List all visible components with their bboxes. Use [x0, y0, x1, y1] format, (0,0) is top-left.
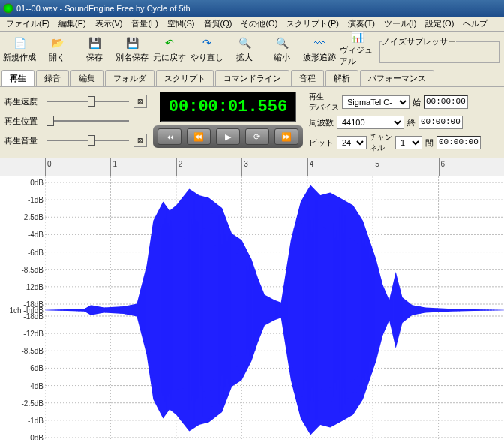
ruler-tick: 5: [373, 158, 374, 176]
save-label: 保存: [86, 52, 103, 63]
speed-slider[interactable]: [46, 95, 129, 108]
tab-4[interactable]: スクリプト: [156, 70, 214, 86]
zoomin-icon: 🔍: [237, 35, 252, 50]
menu-item[interactable]: ヘルプ: [458, 17, 492, 31]
tab-5[interactable]: コマンドライン: [215, 70, 290, 86]
saveas-label: 別名保存: [116, 52, 148, 63]
db-label: -18dB: [23, 312, 44, 321]
tab-1[interactable]: 録音: [36, 70, 69, 86]
dur-field[interactable]: 00:00:00: [436, 136, 481, 149]
freq-select[interactable]: 44100: [337, 116, 404, 129]
window-title: 01--00.wav - SoundEngine Free by Cycle o…: [16, 4, 190, 13]
visual-label: ヴィジュアル: [340, 44, 374, 67]
start-label: 始: [412, 97, 421, 108]
speed-reset[interactable]: ⊠: [134, 95, 147, 108]
tab-2[interactable]: 編集: [70, 70, 104, 86]
play-panel: 再生速度⊠ 再生位置 再生音量⊠ 00:00:01.556 ⏮ ⏪ ▶ ⟳ ⏩ …: [0, 86, 504, 158]
undo-label: 元に戻す: [153, 52, 186, 63]
db-label: -4dB: [28, 231, 44, 239]
noise-legend: ノイズサプレッサー: [382, 36, 456, 47]
visual-button[interactable]: 📊ヴィジュアル: [339, 33, 375, 65]
save-button[interactable]: 💾保存: [76, 33, 112, 65]
start-field[interactable]: 00:00:00: [424, 95, 468, 109]
new-icon: 📄: [12, 35, 27, 50]
ruler-tick: 6: [439, 158, 440, 176]
menu-item[interactable]: 表示(V): [91, 17, 128, 31]
menu-item[interactable]: 設定(O): [421, 17, 458, 31]
menu-item[interactable]: 編集(E): [54, 17, 91, 31]
open-label: 開く: [49, 52, 65, 63]
menu-item[interactable]: 音量(L): [127, 17, 162, 31]
ruler-tick: 2: [176, 158, 177, 176]
volume-reset[interactable]: ⊠: [134, 134, 147, 147]
db-label: 0dB: [30, 434, 44, 441]
tab-8[interactable]: パフォーマンス: [360, 70, 434, 86]
ruler-tick: 0: [45, 158, 46, 176]
end-field[interactable]: 00:00:00: [418, 116, 463, 129]
tab-3[interactable]: フォルダ: [105, 70, 154, 86]
rewind-button[interactable]: ⏪: [187, 128, 211, 145]
zoomin-button[interactable]: 🔍拡大: [226, 33, 262, 65]
play-button[interactable]: ▶: [216, 128, 240, 145]
zoomout-label: 縮小: [274, 52, 290, 63]
center-panel: 00:00:01.556 ⏮ ⏪ ▶ ⟳ ⏩: [153, 92, 303, 153]
tab-7[interactable]: 解析: [326, 70, 358, 86]
new-label: 新規作成: [3, 52, 36, 63]
db-label: -4dB: [28, 381, 44, 390]
ch-label: チャン ネル: [370, 132, 392, 153]
menu-item[interactable]: 音質(Q): [200, 17, 237, 31]
device-label: 再生 デバイス: [309, 92, 339, 113]
db-label: -8.5dB: [22, 347, 44, 355]
open-button[interactable]: 📂開く: [39, 33, 75, 65]
ruler-tick: 3: [242, 158, 242, 176]
freq-label: 周波数: [309, 117, 334, 128]
volume-slider[interactable]: [46, 134, 129, 147]
db-label: -6dB: [28, 248, 44, 256]
menubar: ファイル(F)編集(E)表示(V)音量(L)空間(S)音質(Q)その他(O)スク…: [0, 17, 504, 32]
ruler-tick: 1: [110, 158, 111, 176]
track-button[interactable]: 〰波形追跡: [302, 33, 338, 65]
app-icon: [3, 3, 14, 14]
position-slider[interactable]: [46, 114, 129, 128]
tab-0[interactable]: 再生: [2, 70, 34, 86]
new-button[interactable]: 📄新規作成: [2, 33, 38, 65]
dur-label: 間: [425, 137, 434, 149]
db-label: -1dB: [28, 196, 44, 204]
time-ruler[interactable]: 0123456: [0, 158, 504, 176]
tabs: 再生録音編集フォルダスクリプトコマンドライン音程解析パフォーマンス: [0, 68, 504, 86]
save-icon: 💾: [87, 35, 102, 50]
device-select[interactable]: SigmaTel C-: [342, 95, 410, 109]
right-panel: 再生 デバイスSigmaTel C-始00:00:00 周波数44100終00:…: [309, 92, 481, 153]
db-label: -1dB: [28, 416, 44, 424]
menu-item[interactable]: ツール(I): [380, 17, 421, 31]
waveform-area: 0123456 0dB-1dB-2.5dB-4dB-6dB-8.5dB-12dB…: [0, 158, 504, 440]
menu-item[interactable]: ファイル(F): [2, 17, 54, 31]
undo-icon: ↶: [162, 35, 177, 50]
forward-button[interactable]: ⏩: [274, 128, 298, 145]
menu-item[interactable]: 空間(S): [163, 17, 200, 31]
zoomout-button[interactable]: 🔍縮小: [264, 33, 300, 65]
undo-button[interactable]: ↶元に戻す: [152, 33, 188, 65]
db-label: -8.5dB: [22, 265, 44, 273]
tab-6[interactable]: 音程: [291, 70, 324, 86]
db-label: 0dB: [30, 179, 44, 187]
volume-label: 再生音量: [4, 135, 42, 146]
redo-button[interactable]: ↷やり直し: [189, 33, 225, 65]
titlebar: 01--00.wav - SoundEngine Free by Cycle o…: [0, 0, 504, 17]
waveform-display[interactable]: [45, 176, 504, 440]
menu-item[interactable]: その他(O): [236, 17, 282, 31]
db-scale: 0dB-1dB-2.5dB-4dB-6dB-8.5dB-12dB-18dB1ch…: [0, 176, 45, 440]
menu-item[interactable]: スクリプト(P): [282, 17, 344, 31]
transport: ⏮ ⏪ ▶ ⟳ ⏩: [153, 125, 303, 148]
bit-label: ビット: [309, 137, 334, 149]
open-icon: 📂: [50, 35, 64, 50]
saveas-button[interactable]: 💾別名保存: [114, 33, 150, 65]
ch-select[interactable]: 1: [395, 136, 422, 149]
stop-button[interactable]: ⟳: [245, 128, 269, 145]
ruler-tick: 4: [308, 158, 308, 176]
skip-start-button[interactable]: ⏮: [158, 128, 182, 145]
position-label: 再生位置: [4, 116, 42, 127]
bit-select[interactable]: 24: [337, 136, 367, 149]
redo-label: やり直し: [190, 52, 224, 63]
menu-item[interactable]: 演奏(T): [344, 17, 380, 31]
